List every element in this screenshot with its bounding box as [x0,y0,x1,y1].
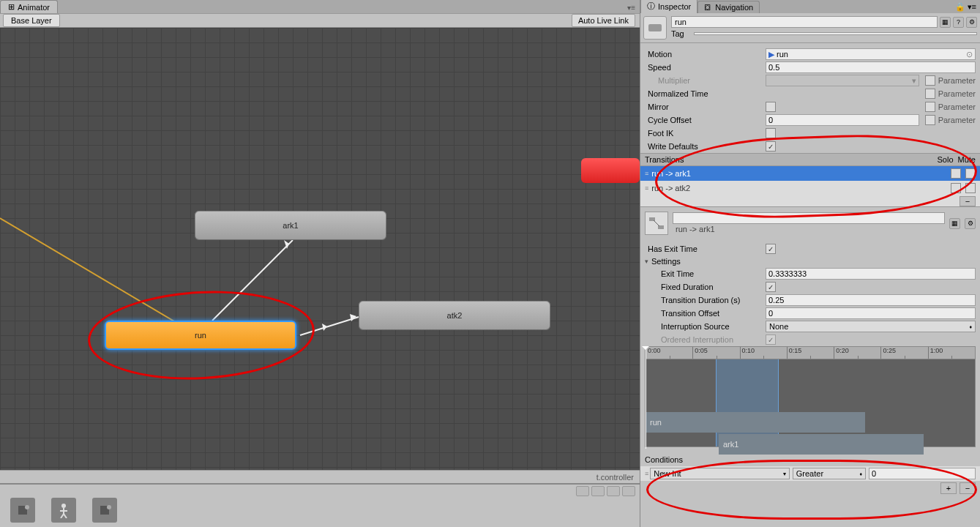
motion-field[interactable]: ▶ run ⊙ [766,48,976,60]
play-icon: ▶ [768,50,774,59]
svg-point-8 [61,504,66,508]
navigation-tab[interactable]: ⛋ Navigation [697,1,760,13]
trans1-solo-checkbox[interactable] [951,168,961,179]
orderedinterrupt-checkbox: ✓ [766,334,776,345]
navigation-icon: ⛋ [704,3,712,12]
speed-field[interactable] [766,61,976,73]
interruptsrc-label: Interruption Source [645,322,766,331]
state-node-ark1[interactable]: ark1 [195,211,386,240]
inspector-menu-icon[interactable]: 🔒 ▾≡ [951,1,980,13]
timeline-body[interactable]: run ark1 [645,359,976,447]
transoffset-label: Transition Offset [645,309,766,318]
drag-handle-icon[interactable]: ≡ [645,184,647,192]
footik-checkbox[interactable] [766,128,776,138]
multiplier-field: ▾ [766,75,919,86]
mini-btn-3[interactable] [607,486,620,496]
svg-line-0 [0,218,198,335]
interruptsrc-dropdown[interactable]: None [766,321,976,332]
trans2-mute-checkbox[interactable] [965,183,976,193]
svg-point-7 [25,505,29,509]
bottom-panel [0,483,640,527]
state-icon-button[interactable]: ▦ [940,17,951,28]
writedefaults-checkbox[interactable]: ✓ [766,141,776,152]
panel-menu-icon[interactable]: ▾≡ [623,2,640,13]
state-name-field[interactable]: run [671,16,938,28]
auto-live-link-button[interactable]: Auto Live Link [572,14,635,27]
transition-name-field[interactable] [673,212,945,224]
drag-handle-icon[interactable]: ≡ [645,470,647,477]
animator-tab-label: Animator [18,3,50,12]
cycleoffset-field[interactable] [766,114,919,126]
transition-item-2[interactable]: ≡ run -> atk2 [640,181,980,195]
condition-param-dropdown[interactable]: New Int [650,468,789,479]
exittime-label: Exit Time [645,269,766,278]
conditions-header: Conditions [640,453,980,466]
orderedinterrupt-label: Ordered Interruption [645,335,766,344]
animator-tab[interactable]: ⊞ Animator [0,0,58,13]
state-node-red[interactable] [581,158,640,183]
object-picker-icon[interactable]: ⊙ [966,50,973,59]
tag-field[interactable] [694,32,977,35]
playhead[interactable] [646,346,646,449]
tag-label: Tag [671,29,692,38]
animator-icon: ⊞ [8,2,15,12]
remove-condition-button[interactable]: − [960,482,976,494]
transitions-list: ≡ run -> ark1 ≡ run -> atk2 [640,166,980,195]
avatar-tool-1[interactable] [10,498,35,523]
svg-rect-15 [648,24,662,31]
timeline-block-run[interactable]: run [646,412,865,433]
mini-btn-2[interactable] [591,486,605,496]
transition-icon-button[interactable]: ▦ [949,218,960,229]
svg-marker-2 [284,240,289,249]
mini-btn-4[interactable] [622,486,635,496]
exittime-field[interactable] [766,268,976,280]
multiplier-label: Multiplier [645,76,766,85]
hasexittime-checkbox[interactable]: ✓ [766,244,776,254]
mirror-param-checkbox[interactable] [925,102,935,112]
normtime-label: Normalized Time [645,89,766,98]
state-icon [643,16,667,40]
gear-icon[interactable]: ⚙ [966,17,977,28]
multiplier-param-checkbox[interactable] [925,75,935,86]
help-icon[interactable]: ? [953,17,964,28]
state-node-atk2[interactable]: atk2 [359,301,550,330]
add-condition-button[interactable]: + [940,482,957,494]
transoffset-field[interactable] [766,307,976,319]
mirror-checkbox[interactable] [766,102,776,112]
condition-value-field[interactable] [869,468,976,479]
drag-handle-icon[interactable]: ≡ [645,170,647,177]
timeline-ruler[interactable]: 0:00 0:05 0:10 0:15 0:20 0:25 1:00 [645,346,976,359]
animator-graph[interactable]: ark1 atk2 run [0,28,640,470]
trans1-mute-checkbox[interactable] [965,168,976,179]
transduration-field[interactable] [766,294,976,306]
fixedduration-checkbox[interactable]: ✓ [766,282,776,292]
inspector-tab[interactable]: ⓘ Inspector [640,0,697,13]
speed-label: Speed [645,63,766,72]
remove-transition-button[interactable]: − [960,196,976,206]
avatar-tool-2[interactable] [51,498,76,523]
mini-btn-1[interactable] [576,486,589,496]
transition-name-text: run -> ark1 [673,224,945,234]
fixedduration-label: Fixed Duration [645,283,766,291]
transition-gear-icon[interactable]: ⚙ [965,218,976,229]
svg-point-14 [107,505,111,509]
footik-label: Foot IK [645,129,766,138]
base-layer-tab[interactable]: Base Layer [3,14,60,27]
svg-line-3 [300,317,359,335]
transduration-label: Transition Duration (s) [645,296,766,304]
svg-line-12 [64,514,67,518]
avatar-tool-3[interactable] [92,498,117,523]
transition-item-1[interactable]: ≡ run -> ark1 [640,166,980,181]
mirror-label: Mirror [645,102,766,111]
trans2-solo-checkbox[interactable] [951,183,961,193]
condition-op-dropdown[interactable]: Greater [793,468,866,479]
cycleoffset-param-checkbox[interactable] [925,115,935,125]
svg-line-18 [654,220,659,226]
timeline-block-ark1[interactable]: ark1 [719,434,924,455]
motion-label: Motion [645,50,766,59]
settings-foldout[interactable]: Settings [640,255,980,267]
svg-line-1 [212,240,293,321]
state-node-run[interactable]: run [105,321,296,350]
normtime-param-checkbox[interactable] [925,89,935,99]
condition-row: ≡ New Int Greater [640,466,980,481]
